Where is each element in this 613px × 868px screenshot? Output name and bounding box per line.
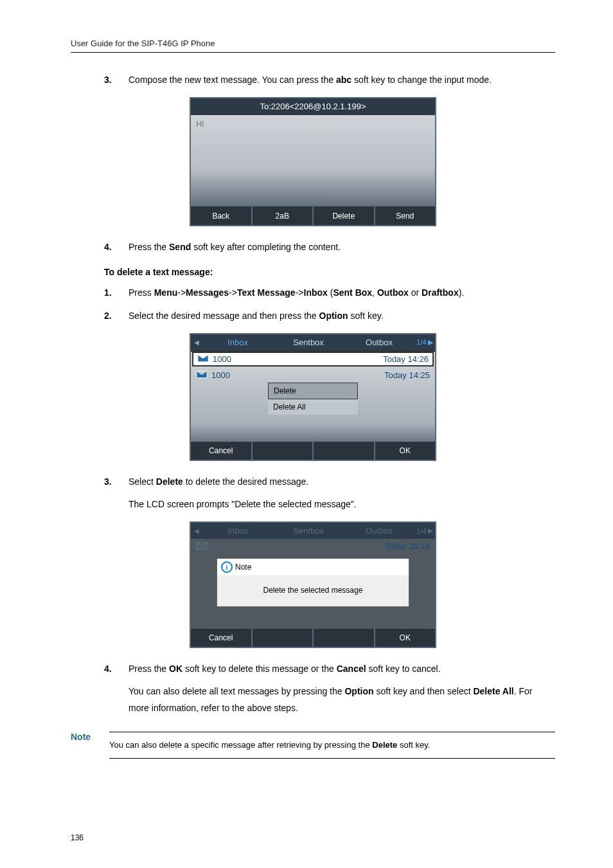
step-body: Select Delete to delete the desired mess… xyxy=(125,474,555,490)
envelope-icon xyxy=(196,542,208,551)
softkey-empty xyxy=(314,629,375,647)
softkey-ok[interactable]: OK xyxy=(375,442,436,460)
step-number: 3. xyxy=(71,72,125,88)
option-menu: Delete Delete All xyxy=(268,383,358,415)
confirm-dialog: i Note Delete the selected message xyxy=(217,558,409,607)
step-2-select: 2. Select the desired message and then p… xyxy=(71,308,555,324)
note-label: Note xyxy=(71,732,109,742)
tab-row: ◀ Inbox Sentbox Outbox 1/4 ▶ xyxy=(191,523,435,539)
step-body: Press the Send soft key after completing… xyxy=(125,239,555,255)
list-item[interactable]: 1000 Today 14:25 xyxy=(191,368,435,383)
tab-outbox[interactable]: Outbox xyxy=(344,334,414,350)
tab-sentbox[interactable]: Sentbox xyxy=(273,334,344,350)
softkey-empty xyxy=(253,629,314,647)
followup-text: The LCD screen prompts "Delete the selec… xyxy=(129,496,555,512)
dialog-header: i Note xyxy=(217,559,409,575)
step-4-confirm: 4. Press the OK soft key to delete this … xyxy=(71,661,555,677)
step-4-send: 4. Press the Send soft key after complet… xyxy=(71,239,555,255)
heading-delete: To delete a text message: xyxy=(104,267,555,277)
softkey-cancel[interactable]: Cancel xyxy=(191,629,253,647)
step-body: Press the OK soft key to delete this mes… xyxy=(125,661,555,677)
compose-body: Hi xyxy=(191,114,435,207)
softkey-delete[interactable]: Delete xyxy=(314,207,375,225)
step-3-delete: 3. Select Delete to delete the desired m… xyxy=(71,474,555,490)
step-body: Select the desired message and then pres… xyxy=(125,308,555,324)
step-body: Compose the new text message. You can pr… xyxy=(125,72,555,88)
menu-item-delete[interactable]: Delete xyxy=(268,383,358,399)
note-text: You can also delete a specific message a… xyxy=(109,732,555,759)
tab-outbox: Outbox xyxy=(344,523,414,539)
step-number: 4. xyxy=(71,239,125,255)
softkey-empty xyxy=(314,442,375,460)
note-block: Note You can also delete a specific mess… xyxy=(71,732,555,759)
document-page: User Guide for the SIP-T46G IP Phone 3. … xyxy=(0,0,613,868)
tab-sentbox: Sentbox xyxy=(273,523,344,539)
step-1-menu: 1. Press Menu->Messages->Text Message->I… xyxy=(71,285,555,301)
tab-counter: 1/4 ▶ xyxy=(414,523,435,539)
softkey-2ab[interactable]: 2aB xyxy=(253,207,314,225)
list-item: 1007 Today 20:16 xyxy=(191,539,435,554)
softkey-ok[interactable]: OK xyxy=(375,629,436,647)
step-number: 1. xyxy=(71,285,125,301)
screenshot-compose: To:2206<2206@10.2.1.199> Hi Back 2aB Del… xyxy=(71,97,555,226)
dialog-body: Delete the selected message xyxy=(217,575,409,597)
tab-arrow-right-icon[interactable]: ▶ xyxy=(428,338,433,347)
softkey-send[interactable]: Send xyxy=(375,207,436,225)
softkey-row: Cancel OK xyxy=(191,629,435,647)
envelope-icon xyxy=(197,354,209,363)
softkey-empty xyxy=(253,442,314,460)
info-icon: i xyxy=(221,561,233,573)
menu-item-delete-all[interactable]: Delete All xyxy=(268,399,358,415)
page-header: User Guide for the SIP-T46G IP Phone xyxy=(71,39,555,53)
screenshot-option-menu: ◀ Inbox Sentbox Outbox 1/4 ▶ 1000 Today … xyxy=(71,333,555,461)
softkey-row: Back 2aB Delete Send xyxy=(191,207,435,225)
tab-row: ◀ Inbox Sentbox Outbox 1/4 ▶ xyxy=(191,334,435,350)
tab-arrow-left-icon: ◀ xyxy=(191,523,202,539)
envelope-icon xyxy=(196,370,208,379)
tab-arrow-left-icon[interactable]: ◀ xyxy=(191,334,202,350)
tab-inbox[interactable]: Inbox xyxy=(202,334,273,350)
message-list-dimmed: 1007 Today 20:16 i Note Delete the selec… xyxy=(191,539,435,629)
compose-title: To:2206<2206@10.2.1.199> xyxy=(191,98,435,114)
tab-arrow-right-icon: ▶ xyxy=(428,527,433,535)
tab-inbox: Inbox xyxy=(202,523,273,539)
page-number: 136 xyxy=(71,833,84,842)
screenshot-confirm-delete: ◀ Inbox Sentbox Outbox 1/4 ▶ 1007 Today … xyxy=(71,521,555,648)
message-list: 1000 Today 14:26 1000 Today 14:25 Delete… xyxy=(191,352,435,442)
step-number: 4. xyxy=(71,661,125,677)
softkey-row: Cancel OK xyxy=(191,442,435,460)
step-number: 2. xyxy=(71,308,125,324)
followup-delete-all: You can also delete all text messages by… xyxy=(129,683,555,716)
step-3-compose: 3. Compose the new text message. You can… xyxy=(71,72,555,88)
softkey-back[interactable]: Back xyxy=(191,207,253,225)
tab-counter: 1/4 ▶ xyxy=(414,334,435,350)
step-number: 3. xyxy=(71,474,125,490)
softkey-cancel[interactable]: Cancel xyxy=(191,442,253,460)
list-item[interactable]: 1000 Today 14:26 xyxy=(192,352,434,366)
step-body: Press Menu->Messages->Text Message->Inbo… xyxy=(125,285,555,301)
